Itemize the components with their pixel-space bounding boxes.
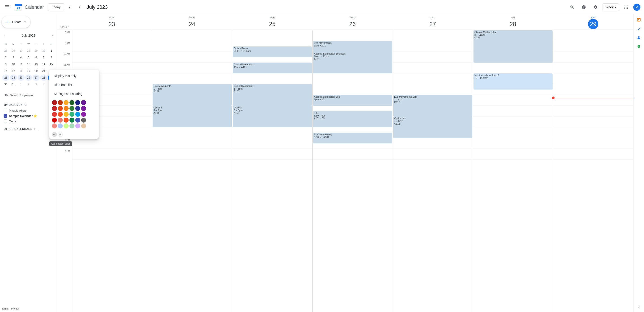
event-clinical-methods-tue-1[interactable]: Clinical Methods I 1 – 3pm A101 bbox=[233, 84, 312, 106]
color-brown-light[interactable] bbox=[81, 123, 86, 128]
mini-cal-date[interactable]: 30 bbox=[2, 81, 10, 88]
day-header-sun[interactable]: SUN 23 bbox=[72, 14, 152, 30]
color-orange-bright[interactable] bbox=[64, 118, 68, 122]
color-red-bright[interactable] bbox=[52, 118, 57, 122]
color-orange-mid[interactable] bbox=[58, 112, 63, 117]
settings-sharing-menu-item[interactable]: Settings and sharing bbox=[49, 89, 98, 98]
view-selector-button[interactable]: Week ▾ bbox=[602, 3, 619, 11]
color-green-dark[interactable] bbox=[70, 106, 74, 111]
color-grape[interactable] bbox=[81, 112, 86, 117]
mini-cal-date[interactable]: 21 bbox=[40, 68, 47, 74]
color-purple-light[interactable] bbox=[75, 123, 80, 128]
mini-cal-date[interactable]: 6 bbox=[32, 54, 40, 61]
color-yellow-dark[interactable] bbox=[64, 106, 68, 111]
prev-week-button[interactable]: ‹ bbox=[65, 3, 74, 12]
mini-cal-date[interactable]: 8 bbox=[48, 54, 55, 61]
day-header-mon[interactable]: MON 24 bbox=[152, 14, 232, 30]
color-pink-light[interactable] bbox=[52, 123, 57, 128]
calendar-item-tasks[interactable]: Tasks bbox=[2, 118, 55, 124]
color-red-dark[interactable] bbox=[52, 106, 57, 111]
mini-cal-date[interactable]: 9 bbox=[2, 61, 10, 67]
mini-cal-date[interactable]: 25 bbox=[2, 48, 10, 54]
color-orange-dark[interactable] bbox=[58, 106, 63, 111]
color-sage-mid[interactable] bbox=[70, 118, 74, 122]
color-blueberry[interactable] bbox=[81, 100, 86, 105]
mini-cal-date[interactable]: 16 bbox=[2, 68, 10, 74]
mini-cal-date[interactable]: 18 bbox=[18, 68, 25, 74]
color-green-light[interactable] bbox=[64, 123, 68, 128]
day-header-wed[interactable]: WED 26 bbox=[312, 14, 392, 30]
color-basil[interactable] bbox=[70, 112, 74, 117]
color-peacock[interactable] bbox=[75, 100, 80, 105]
mini-cal-date[interactable]: 4 bbox=[40, 81, 47, 88]
mini-cal-date[interactable]: 23 bbox=[2, 75, 10, 81]
mini-cal-date[interactable]: 20 bbox=[32, 68, 40, 74]
mini-cal-date[interactable]: 4 bbox=[18, 54, 25, 61]
mini-cal-date[interactable]: 19 bbox=[25, 68, 32, 74]
color-graphite[interactable] bbox=[81, 118, 86, 122]
event-optics-tue[interactable]: Optics I 3 – 5pm A101 bbox=[233, 106, 312, 127]
mini-cal-date[interactable]: 7 bbox=[40, 54, 47, 61]
mini-cal-date[interactable]: 31 bbox=[10, 81, 17, 88]
add-other-calendar-button[interactable]: + bbox=[33, 127, 36, 131]
my-calendars-heading[interactable]: My calendars ⌄ bbox=[2, 102, 55, 108]
event-applied-bio-wed-2[interactable]: Applied Biomedical Scie 2pm, A101 bbox=[313, 95, 392, 106]
calendar-checkbox-tasks[interactable] bbox=[4, 119, 7, 123]
color-cyan[interactable] bbox=[75, 112, 80, 117]
event-optics-exam[interactable]: Optics Exam 9:30 – 10:30am bbox=[233, 47, 312, 57]
mini-cal-date[interactable]: 3 bbox=[32, 81, 40, 88]
mini-cal-date[interactable]: 11 bbox=[18, 61, 25, 67]
mini-cal-date[interactable]: 27 bbox=[18, 48, 25, 54]
mini-cal-date[interactable]: 29 bbox=[32, 48, 40, 54]
color-tangerine[interactable] bbox=[64, 100, 68, 105]
mini-cal-date[interactable]: 25 bbox=[18, 75, 25, 81]
day-header-tue[interactable]: TUE 25 bbox=[232, 14, 312, 30]
right-tool-calendar-button[interactable] bbox=[635, 16, 642, 23]
event-clinical-methods-lab-fri[interactable]: Clinical Methods Lab 8 – 11am C225 bbox=[474, 30, 552, 63]
event-eye-movements-mon[interactable]: Eye Movements 1 – 3pm A101 bbox=[152, 84, 232, 106]
event-optics-lab-thu[interactable]: Optics Lab 4 – 6pm C115 bbox=[393, 116, 472, 138]
hamburger-button[interactable] bbox=[4, 4, 11, 11]
right-tool-person-button[interactable] bbox=[635, 34, 642, 41]
avatar[interactable]: M bbox=[633, 4, 640, 11]
mini-cal-date[interactable]: 26 bbox=[10, 48, 17, 54]
color-flamingo[interactable] bbox=[58, 100, 63, 105]
mini-cal-date[interactable]: 14 bbox=[40, 61, 47, 67]
search-button[interactable] bbox=[568, 3, 576, 12]
day-column-wed[interactable]: Eye Movements 9am, A101 Applied Biomedic… bbox=[312, 30, 392, 312]
mini-cal-next[interactable]: › bbox=[49, 32, 55, 39]
mini-cal-date[interactable]: 2 bbox=[2, 54, 10, 61]
right-tool-expand-button[interactable] bbox=[635, 303, 642, 310]
event-optics-mon[interactable]: Optics I 3 – 5pm A101 bbox=[152, 106, 232, 127]
create-button[interactable]: + Create ▾ bbox=[2, 16, 30, 28]
event-clinical-methods-tue-11[interactable]: Clinical Methods I 11am, A101 bbox=[233, 63, 312, 73]
event-applied-bio-wed[interactable]: Applied Biomedical Sciences 10am – 12pm … bbox=[313, 52, 392, 73]
color-tomato[interactable] bbox=[52, 100, 57, 105]
mini-cal-date[interactable]: 3 bbox=[10, 54, 17, 61]
event-lunch-fri[interactable]: Meet friends for lunch! 12 – 1:30pm bbox=[474, 73, 552, 90]
mini-cal-date[interactable]: 27 bbox=[32, 75, 40, 81]
mini-cal-date[interactable]: 15 bbox=[48, 61, 55, 67]
color-indigo-dark[interactable] bbox=[75, 106, 80, 111]
right-tool-check-button[interactable] bbox=[635, 25, 642, 32]
settings-button[interactable] bbox=[591, 3, 600, 12]
mini-cal-date[interactable]: 24 bbox=[10, 75, 17, 81]
mini-cal-date[interactable]: 28 bbox=[25, 48, 32, 54]
color-teal-light[interactable] bbox=[70, 123, 74, 128]
color-purple-dark[interactable] bbox=[81, 106, 86, 111]
mini-cal-date[interactable]: 2 bbox=[25, 81, 32, 88]
color-blue-light[interactable] bbox=[58, 123, 63, 128]
google-apps-button[interactable] bbox=[622, 3, 630, 12]
calendar-checkbox-sample[interactable] bbox=[4, 114, 7, 118]
day-header-fri[interactable]: FRI 28 bbox=[473, 14, 553, 30]
display-only-menu-item[interactable]: Display this only bbox=[49, 71, 98, 80]
other-calendars-heading[interactable]: Other calendars + ⌄ bbox=[2, 126, 55, 132]
color-salmon[interactable] bbox=[58, 118, 63, 122]
color-banana[interactable] bbox=[64, 112, 68, 117]
today-button[interactable]: Today bbox=[48, 3, 64, 11]
calendar-checkbox-maggie[interactable] bbox=[4, 109, 7, 112]
day-column-fri[interactable]: Clinical Methods Lab 8 – 11am C225 Meet … bbox=[473, 30, 553, 312]
help-button[interactable] bbox=[579, 3, 588, 12]
mini-cal-date[interactable]: 12 bbox=[25, 61, 32, 67]
event-eye-movements-lab-thu[interactable]: Eye Movements Lab 2 – 4pm C113 bbox=[393, 95, 472, 116]
